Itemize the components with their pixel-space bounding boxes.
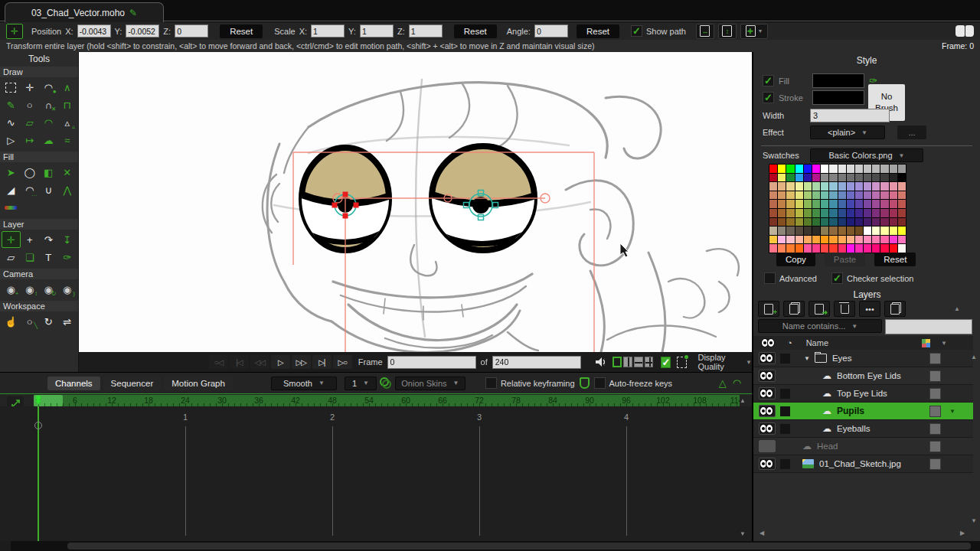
layer-visibility-toggle[interactable]: [759, 387, 776, 399]
tab-motion-graph[interactable]: Motion Graph: [164, 377, 233, 390]
palette-swatch[interactable]: [829, 200, 837, 208]
palette-swatch[interactable]: [795, 227, 803, 235]
palette-swatch[interactable]: [880, 209, 888, 217]
layer-filter-dropdown[interactable]: Name contains... ▼: [758, 319, 882, 333]
palette-swatch[interactable]: [864, 165, 871, 173]
safe-frame-icon[interactable]: [677, 357, 687, 368]
palette-swatch[interactable]: [855, 244, 863, 253]
palette-swatch[interactable]: [786, 209, 794, 217]
transform-options-dropdown[interactable]: ✛▼: [740, 24, 768, 39]
shear-points-tool[interactable]: ↦: [21, 132, 40, 148]
palette-swatch[interactable]: [769, 218, 777, 227]
palette-swatch[interactable]: [786, 244, 794, 253]
layer-color-swatch[interactable]: [929, 441, 941, 452]
layer-more-button[interactable]: •••: [859, 301, 880, 317]
palette-swatch[interactable]: [855, 191, 863, 200]
palette-swatch[interactable]: [778, 174, 786, 182]
palette-swatch[interactable]: [847, 200, 854, 208]
pan-workspace-tool[interactable]: ☝: [2, 313, 21, 330]
noise-tool[interactable]: ≈: [58, 132, 77, 148]
palette-swatch[interactable]: [829, 165, 837, 173]
layer-animation-checkbox[interactable]: [780, 406, 790, 416]
layer-visibility-toggle[interactable]: [759, 352, 776, 364]
group-layers-button[interactable]: [884, 301, 906, 317]
palette-swatch[interactable]: [804, 200, 812, 208]
position-z-input[interactable]: [175, 24, 208, 37]
layer-name[interactable]: Pupils: [837, 406, 864, 416]
palette-swatch[interactable]: [872, 182, 880, 191]
palette-swatch[interactable]: [898, 165, 906, 173]
layer-color-swatch[interactable]: [929, 353, 941, 364]
pan-tilt-camera-tool[interactable]: ◉): [58, 281, 77, 298]
palette-swatch[interactable]: [795, 218, 803, 227]
palette-swatch[interactable]: [812, 236, 820, 244]
timeline-scroll-down-icon[interactable]: ▼: [740, 530, 746, 537]
palette-swatch[interactable]: [847, 244, 854, 253]
palette-swatch[interactable]: [855, 200, 863, 208]
insert-point-tool[interactable]: ∧: [58, 79, 77, 96]
palette-swatch[interactable]: [804, 227, 812, 235]
palette-swatch[interactable]: [847, 209, 854, 217]
palette-swatch[interactable]: [880, 227, 888, 235]
palette-swatch[interactable]: [898, 227, 906, 235]
set-origin-tool[interactable]: +: [21, 231, 40, 248]
layer-name[interactable]: Eyes: [832, 354, 852, 363]
palette-swatch[interactable]: [778, 191, 786, 200]
palette-swatch[interactable]: [804, 236, 812, 244]
palette-swatch[interactable]: [880, 165, 888, 173]
zoom-workspace-tool[interactable]: ○╲: [21, 313, 40, 330]
reset-style-button[interactable]: Reset: [874, 253, 916, 266]
layer-row-top-eye-lids[interactable]: ☁Top Eye Lids: [753, 385, 973, 403]
gradient-tool[interactable]: [2, 199, 21, 216]
draw-box-tool[interactable]: ▱: [21, 114, 40, 131]
palette-swatch[interactable]: [864, 227, 871, 235]
layer-color-swatch[interactable]: [929, 370, 941, 382]
speaker-icon[interactable]: [595, 357, 605, 367]
palette-swatch[interactable]: [838, 218, 846, 227]
duplicate-layer-button[interactable]: [783, 301, 805, 317]
palette-swatch[interactable]: [778, 244, 786, 253]
palette-swatch[interactable]: [855, 218, 863, 227]
track-camera-tool[interactable]: ◉+: [2, 281, 21, 298]
shield-icon[interactable]: [580, 377, 590, 389]
palette-swatch[interactable]: [872, 200, 880, 208]
palette-swatch[interactable]: [847, 236, 854, 244]
palette-swatch[interactable]: [898, 191, 906, 200]
palette-swatch[interactable]: [786, 165, 794, 173]
palette-swatch[interactable]: [872, 227, 880, 235]
layer-name[interactable]: 01_Chad_Sketch.jpg: [819, 459, 901, 468]
relative-keyframing-checkbox[interactable]: ✓: [485, 377, 497, 389]
palette-swatch[interactable]: [795, 174, 803, 182]
palette-swatch[interactable]: [821, 191, 828, 200]
palette-swatch[interactable]: [821, 182, 828, 191]
palette-swatch[interactable]: [778, 218, 786, 227]
create-shape-tool[interactable]: ◯: [21, 164, 40, 181]
palette-swatch[interactable]: [795, 244, 803, 253]
fill-color-well[interactable]: [812, 73, 864, 88]
palette-swatch[interactable]: [812, 227, 820, 235]
jump-start-button[interactable]: ○◁: [209, 355, 228, 369]
tab-channels[interactable]: Channels: [47, 377, 100, 390]
palette-swatch[interactable]: [880, 200, 888, 208]
palette-swatch[interactable]: [786, 227, 794, 235]
eyedropper-tool[interactable]: ✑: [58, 249, 77, 266]
palette-swatch[interactable]: [795, 182, 803, 191]
palette-swatch[interactable]: [855, 236, 863, 244]
palette-swatch[interactable]: [880, 218, 888, 227]
palette-swatch[interactable]: [821, 236, 828, 244]
palette-swatch[interactable]: [778, 227, 786, 235]
palette-swatch[interactable]: [821, 165, 828, 173]
smooth-points-tool[interactable]: ◠: [39, 114, 58, 131]
playhead-marker[interactable]: [34, 395, 43, 406]
layer-visibility-toggle[interactable]: [759, 405, 776, 417]
layer-visibility-toggle[interactable]: [759, 422, 776, 435]
view-quad-button[interactable]: [645, 357, 654, 367]
palette-swatch[interactable]: [786, 182, 794, 191]
palette-swatch[interactable]: [855, 182, 863, 191]
select-shape-tool[interactable]: ➤: [2, 164, 21, 181]
transform-points-tool[interactable]: ✛: [21, 79, 40, 96]
palette-swatch[interactable]: [778, 209, 786, 217]
layer-visibility-toggle[interactable]: [759, 440, 776, 452]
layer-name[interactable]: Head: [817, 442, 838, 451]
palette-swatch[interactable]: [872, 209, 880, 217]
